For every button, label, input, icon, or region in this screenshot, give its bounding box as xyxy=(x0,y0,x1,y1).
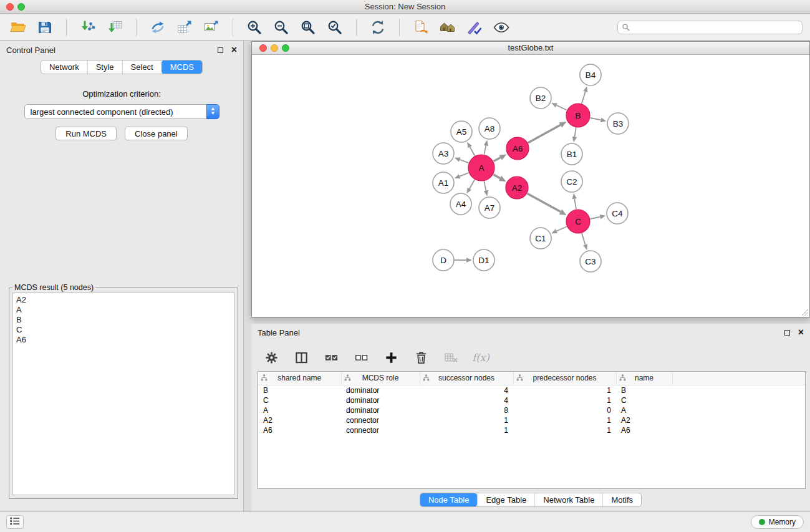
node-A5[interactable]: A5 xyxy=(451,121,472,142)
select-all-button[interactable] xyxy=(322,349,340,366)
edge-B-B4[interactable] xyxy=(582,86,587,104)
open-folder-button[interactable] xyxy=(7,17,29,37)
edge-A-A5[interactable] xyxy=(467,142,475,156)
cell-predecessor-nodes[interactable]: 1 xyxy=(513,425,616,435)
column-header-successor-nodes[interactable]: successor nodes xyxy=(420,372,513,385)
edge-A-A6[interactable] xyxy=(493,154,506,161)
network-canvas[interactable]: B4B2BB3A5A8A6B1A3AC2A1A2A4A7C4CC1C3DD1 xyxy=(252,55,809,317)
edge-B-B3[interactable] xyxy=(591,118,607,122)
cell-predecessor-nodes[interactable]: 1 xyxy=(513,415,616,425)
gear-button[interactable] xyxy=(263,349,280,366)
tab-network-table[interactable]: Network Table xyxy=(534,493,602,506)
column-header-mcds-role[interactable]: MCDS role xyxy=(341,372,420,385)
result-item[interactable]: A6 xyxy=(16,335,231,345)
node-D1[interactable]: D1 xyxy=(473,249,494,271)
cell-shared-name[interactable]: A6 xyxy=(258,425,341,435)
style-check-button[interactable] xyxy=(464,17,485,37)
node-C2[interactable]: C2 xyxy=(561,171,582,192)
browser-home-button[interactable] xyxy=(437,17,458,37)
edge-A-A2[interactable] xyxy=(493,175,506,181)
tab-motifs[interactable]: Motifs xyxy=(602,493,641,506)
import-network-button[interactable] xyxy=(77,17,99,37)
node-C4[interactable]: C4 xyxy=(607,203,628,224)
node-A1[interactable]: A1 xyxy=(433,172,454,193)
run-mcds-button[interactable]: Run MCDS xyxy=(55,127,117,140)
cell-successor-nodes[interactable]: 4 xyxy=(420,395,513,405)
cell-name[interactable]: A2 xyxy=(616,415,672,425)
cell-successor-nodes[interactable]: 1 xyxy=(420,415,513,425)
node-B4[interactable]: B4 xyxy=(580,64,601,85)
column-header-name[interactable]: name xyxy=(616,372,672,385)
criterion-dropdown[interactable]: largest connected component (directed) xyxy=(24,104,219,119)
node-C3[interactable]: C3 xyxy=(580,251,601,272)
open-session-button[interactable] xyxy=(410,17,432,37)
close-panel-button[interactable]: Close panel xyxy=(125,127,188,140)
cell-mcds-role[interactable]: dominator xyxy=(341,405,420,415)
table-row[interactable]: Bdominator41B xyxy=(258,385,805,395)
cell-predecessor-nodes[interactable]: 1 xyxy=(513,395,616,405)
cell-name[interactable]: A6 xyxy=(616,425,672,435)
float-table-panel-icon[interactable] xyxy=(784,330,790,336)
table-row[interactable]: Adominator80A xyxy=(258,405,805,415)
cell-name[interactable]: A xyxy=(616,405,672,415)
tab-select[interactable]: Select xyxy=(122,60,162,74)
eye-button[interactable] xyxy=(491,17,512,37)
tab-edge-table[interactable]: Edge Table xyxy=(477,493,534,506)
cell-shared-name[interactable]: A2 xyxy=(258,415,341,425)
node-D[interactable]: D xyxy=(433,249,454,271)
close-table-panel-icon[interactable] xyxy=(798,329,804,336)
edge-A6-B[interactable] xyxy=(528,122,567,143)
cell-shared-name[interactable]: C xyxy=(258,395,341,405)
network-graph[interactable]: B4B2BB3A5A8A6B1A3AC2A1A2A4A7C4CC1C3DD1 xyxy=(252,55,809,317)
zoom-out-button[interactable] xyxy=(271,17,292,37)
columns-button[interactable] xyxy=(292,349,310,366)
node-A[interactable]: A xyxy=(468,155,494,181)
result-item[interactable]: B xyxy=(16,315,231,325)
cell-mcds-role[interactable]: connector xyxy=(341,415,420,425)
table-row[interactable]: A6connector11A6 xyxy=(258,425,805,435)
edge-B-B1[interactable] xyxy=(572,128,577,143)
tab-network[interactable]: Network xyxy=(41,60,87,74)
resize-grip-icon[interactable] xyxy=(801,309,809,316)
edge-C-C3[interactable] xyxy=(582,233,587,250)
cell-shared-name[interactable]: B xyxy=(258,385,341,395)
network-window-titlebar[interactable]: testGlobe.txt xyxy=(252,42,809,55)
table-row[interactable]: A2connector11A2 xyxy=(258,415,805,425)
node-A6[interactable]: A6 xyxy=(506,137,529,160)
refresh-button[interactable] xyxy=(367,17,388,37)
zoom-fit-button[interactable] xyxy=(297,17,319,37)
cell-name[interactable]: C xyxy=(616,395,672,405)
zoom-selected-button[interactable] xyxy=(324,17,345,37)
node-C1[interactable]: C1 xyxy=(530,228,551,249)
result-item[interactable]: C xyxy=(16,325,231,335)
tab-style[interactable]: Style xyxy=(87,60,122,74)
clear-selection-button[interactable] xyxy=(352,349,370,366)
column-header-shared-name[interactable]: shared name xyxy=(258,372,341,385)
cell-successor-nodes[interactable]: 4 xyxy=(420,385,513,395)
node-B3[interactable]: B3 xyxy=(607,113,629,134)
task-history-button[interactable] xyxy=(6,515,24,529)
edge-B-B2[interactable] xyxy=(551,103,567,110)
edge-C-C1[interactable] xyxy=(551,226,567,233)
cell-successor-nodes[interactable]: 8 xyxy=(420,405,513,415)
node-B2[interactable]: B2 xyxy=(530,87,551,109)
node-A4[interactable]: A4 xyxy=(450,193,471,215)
float-panel-icon[interactable] xyxy=(218,47,223,53)
save-button[interactable] xyxy=(34,17,55,37)
node-B[interactable]: B xyxy=(566,104,590,127)
search-box[interactable] xyxy=(617,21,803,34)
edge-A-A8[interactable] xyxy=(484,140,488,155)
edge-A-A7[interactable] xyxy=(484,181,488,196)
node-A7[interactable]: A7 xyxy=(479,197,500,218)
tab-mcds[interactable]: MCDS xyxy=(162,60,202,74)
cell-mcds-role[interactable]: dominator xyxy=(341,395,420,405)
node-A2[interactable]: A2 xyxy=(506,177,528,199)
edge-A2-C[interactable] xyxy=(528,193,567,215)
export-table-button[interactable] xyxy=(174,17,195,37)
edge-A-A4[interactable] xyxy=(466,180,475,193)
edge-C-C2[interactable] xyxy=(572,193,577,209)
edge-A-A1[interactable] xyxy=(455,173,469,178)
edge-D-D1[interactable] xyxy=(455,258,472,263)
result-item[interactable]: A2 xyxy=(16,295,231,305)
import-table-button[interactable] xyxy=(104,17,125,37)
